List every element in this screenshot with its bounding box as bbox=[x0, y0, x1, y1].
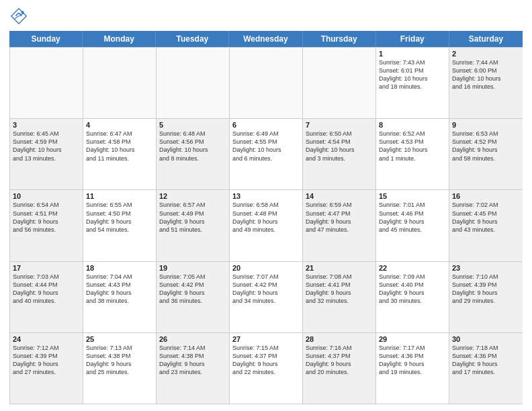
table-row: 5Sunrise: 6:48 AM Sunset: 4:56 PM Daylig… bbox=[157, 119, 230, 189]
table-row bbox=[230, 48, 303, 118]
table-row: 14Sunrise: 6:59 AM Sunset: 4:47 PM Dayli… bbox=[303, 190, 376, 261]
cell-info: Sunrise: 7:16 AM Sunset: 4:37 PM Dayligh… bbox=[306, 344, 373, 377]
table-row: 26Sunrise: 7:14 AM Sunset: 4:38 PM Dayli… bbox=[157, 333, 230, 404]
header-cell-sunday: Sunday bbox=[9, 31, 83, 47]
day-number: 25 bbox=[86, 335, 153, 343]
cell-info: Sunrise: 7:08 AM Sunset: 4:41 PM Dayligh… bbox=[306, 273, 373, 306]
day-number: 12 bbox=[159, 192, 226, 200]
table-row: 16Sunrise: 7:02 AM Sunset: 4:45 PM Dayli… bbox=[449, 190, 523, 261]
table-row: 19Sunrise: 7:05 AM Sunset: 4:42 PM Dayli… bbox=[157, 262, 230, 332]
cell-info: Sunrise: 6:57 AM Sunset: 4:49 PM Dayligh… bbox=[159, 201, 226, 234]
table-row: 12Sunrise: 6:57 AM Sunset: 4:49 PM Dayli… bbox=[157, 190, 230, 261]
day-number: 20 bbox=[232, 264, 300, 272]
cell-info: Sunrise: 6:52 AM Sunset: 4:53 PM Dayligh… bbox=[379, 130, 446, 163]
cell-info: Sunrise: 6:45 AM Sunset: 4:59 PM Dayligh… bbox=[13, 130, 80, 163]
day-number: 24 bbox=[13, 335, 80, 343]
cell-info: Sunrise: 7:09 AM Sunset: 4:40 PM Dayligh… bbox=[379, 273, 446, 306]
cell-info: Sunrise: 7:43 AM Sunset: 6:01 PM Dayligh… bbox=[379, 58, 446, 91]
table-row bbox=[303, 48, 376, 118]
header-cell-tuesday: Tuesday bbox=[156, 31, 229, 47]
day-number: 17 bbox=[13, 264, 80, 272]
header-cell-monday: Monday bbox=[83, 31, 156, 47]
day-number: 6 bbox=[232, 121, 300, 129]
table-row: 6Sunrise: 6:49 AM Sunset: 4:55 PM Daylig… bbox=[230, 119, 303, 189]
day-number: 23 bbox=[452, 264, 520, 272]
cell-info: Sunrise: 7:03 AM Sunset: 4:44 PM Dayligh… bbox=[13, 273, 80, 306]
cell-info: Sunrise: 6:54 AM Sunset: 4:51 PM Dayligh… bbox=[13, 201, 80, 234]
cell-info: Sunrise: 7:13 AM Sunset: 4:38 PM Dayligh… bbox=[86, 344, 153, 377]
day-number: 9 bbox=[452, 121, 520, 129]
cell-info: Sunrise: 7:17 AM Sunset: 4:36 PM Dayligh… bbox=[379, 344, 446, 377]
calendar: SundayMondayTuesdayWednesdayThursdayFrid… bbox=[9, 31, 523, 404]
cell-info: Sunrise: 7:01 AM Sunset: 4:46 PM Dayligh… bbox=[379, 201, 446, 234]
table-row bbox=[83, 48, 157, 118]
table-row: 21Sunrise: 7:08 AM Sunset: 4:41 PM Dayli… bbox=[303, 262, 376, 332]
day-number: 21 bbox=[306, 264, 373, 272]
cell-info: Sunrise: 6:50 AM Sunset: 4:54 PM Dayligh… bbox=[306, 130, 373, 163]
day-number: 14 bbox=[306, 192, 373, 200]
table-row: 23Sunrise: 7:10 AM Sunset: 4:39 PM Dayli… bbox=[449, 262, 523, 332]
cell-info: Sunrise: 7:14 AM Sunset: 4:38 PM Dayligh… bbox=[159, 344, 226, 377]
day-number: 11 bbox=[86, 192, 153, 200]
day-number: 1 bbox=[379, 50, 446, 58]
day-number: 29 bbox=[379, 335, 446, 343]
day-number: 27 bbox=[232, 335, 300, 343]
table-row: 29Sunrise: 7:17 AM Sunset: 4:36 PM Dayli… bbox=[376, 333, 449, 404]
table-row: 15Sunrise: 7:01 AM Sunset: 4:46 PM Dayli… bbox=[376, 190, 449, 261]
logo-icon bbox=[9, 7, 28, 26]
table-row: 8Sunrise: 6:52 AM Sunset: 4:53 PM Daylig… bbox=[376, 119, 449, 189]
day-number: 5 bbox=[159, 121, 226, 129]
header bbox=[9, 7, 523, 26]
calendar-row-1: 1Sunrise: 7:43 AM Sunset: 6:01 PM Daylig… bbox=[10, 47, 523, 118]
cell-info: Sunrise: 6:59 AM Sunset: 4:47 PM Dayligh… bbox=[306, 201, 373, 234]
table-row: 13Sunrise: 6:58 AM Sunset: 4:48 PM Dayli… bbox=[230, 190, 303, 261]
day-number: 15 bbox=[379, 192, 446, 200]
cell-info: Sunrise: 7:12 AM Sunset: 4:39 PM Dayligh… bbox=[13, 344, 80, 377]
table-row: 17Sunrise: 7:03 AM Sunset: 4:44 PM Dayli… bbox=[10, 262, 83, 332]
day-number: 8 bbox=[379, 121, 446, 129]
logo bbox=[9, 7, 31, 26]
day-number: 16 bbox=[452, 192, 520, 200]
table-row: 28Sunrise: 7:16 AM Sunset: 4:37 PM Dayli… bbox=[303, 333, 376, 404]
table-row: 20Sunrise: 7:07 AM Sunset: 4:42 PM Dayli… bbox=[230, 262, 303, 332]
table-row: 22Sunrise: 7:09 AM Sunset: 4:40 PM Dayli… bbox=[376, 262, 449, 332]
day-number: 7 bbox=[306, 121, 373, 129]
header-cell-friday: Friday bbox=[376, 31, 449, 47]
table-row bbox=[10, 48, 83, 118]
cell-info: Sunrise: 7:10 AM Sunset: 4:39 PM Dayligh… bbox=[452, 273, 520, 306]
table-row: 27Sunrise: 7:15 AM Sunset: 4:37 PM Dayli… bbox=[230, 333, 303, 404]
day-number: 22 bbox=[379, 264, 446, 272]
day-number: 2 bbox=[452, 50, 520, 58]
header-cell-thursday: Thursday bbox=[303, 31, 376, 47]
table-row: 7Sunrise: 6:50 AM Sunset: 4:54 PM Daylig… bbox=[303, 119, 376, 189]
table-row: 4Sunrise: 6:47 AM Sunset: 4:58 PM Daylig… bbox=[83, 119, 157, 189]
calendar-row-5: 24Sunrise: 7:12 AM Sunset: 4:39 PM Dayli… bbox=[10, 332, 523, 404]
cell-info: Sunrise: 6:47 AM Sunset: 4:58 PM Dayligh… bbox=[86, 130, 153, 163]
day-number: 28 bbox=[306, 335, 373, 343]
day-number: 13 bbox=[232, 192, 300, 200]
cell-info: Sunrise: 7:07 AM Sunset: 4:42 PM Dayligh… bbox=[232, 273, 300, 306]
table-row: 1Sunrise: 7:43 AM Sunset: 6:01 PM Daylig… bbox=[376, 48, 449, 118]
calendar-row-2: 3Sunrise: 6:45 AM Sunset: 4:59 PM Daylig… bbox=[10, 118, 523, 189]
day-number: 10 bbox=[13, 192, 80, 200]
day-number: 4 bbox=[86, 121, 153, 129]
svg-point-2 bbox=[21, 11, 24, 13]
cell-info: Sunrise: 7:05 AM Sunset: 4:42 PM Dayligh… bbox=[159, 273, 226, 306]
page: SundayMondayTuesdayWednesdayThursdayFrid… bbox=[0, 0, 532, 411]
table-row: 9Sunrise: 6:53 AM Sunset: 4:52 PM Daylig… bbox=[449, 119, 523, 189]
table-row: 10Sunrise: 6:54 AM Sunset: 4:51 PM Dayli… bbox=[10, 190, 83, 261]
header-cell-saturday: Saturday bbox=[449, 31, 523, 47]
cell-info: Sunrise: 6:53 AM Sunset: 4:52 PM Dayligh… bbox=[452, 130, 520, 163]
table-row: 24Sunrise: 7:12 AM Sunset: 4:39 PM Dayli… bbox=[10, 333, 83, 404]
day-number: 3 bbox=[13, 121, 80, 129]
calendar-body: 1Sunrise: 7:43 AM Sunset: 6:01 PM Daylig… bbox=[9, 47, 523, 404]
day-number: 18 bbox=[86, 264, 153, 272]
table-row: 25Sunrise: 7:13 AM Sunset: 4:38 PM Dayli… bbox=[83, 333, 157, 404]
cell-info: Sunrise: 6:58 AM Sunset: 4:48 PM Dayligh… bbox=[232, 201, 300, 234]
day-number: 30 bbox=[452, 335, 520, 343]
cell-info: Sunrise: 7:15 AM Sunset: 4:37 PM Dayligh… bbox=[232, 344, 300, 377]
cell-info: Sunrise: 7:04 AM Sunset: 4:43 PM Dayligh… bbox=[86, 273, 153, 306]
table-row: 2Sunrise: 7:44 AM Sunset: 6:00 PM Daylig… bbox=[449, 48, 523, 118]
table-row: 30Sunrise: 7:18 AM Sunset: 4:36 PM Dayli… bbox=[449, 333, 523, 404]
day-number: 19 bbox=[159, 264, 226, 272]
